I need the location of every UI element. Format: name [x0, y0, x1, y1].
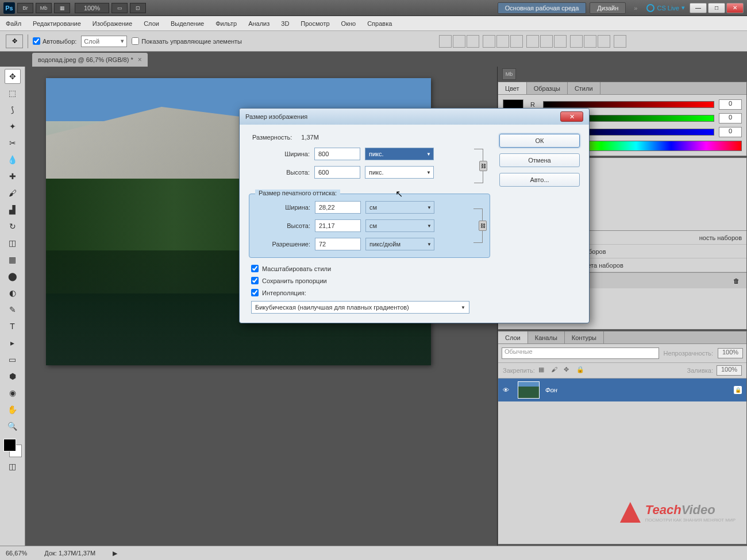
lock-pixels-icon[interactable]: 🖌 — [551, 366, 560, 375]
dialog-close-button[interactable]: ✕ — [560, 111, 583, 122]
extras-icon[interactable]: ⊡ — [130, 3, 146, 13]
tab-color[interactable]: Цвет — [498, 82, 527, 94]
screen-mode-icon[interactable]: ▦ — [54, 3, 70, 13]
panel-footer-icon[interactable]: 🗑 — [733, 277, 740, 284]
lock-all-icon[interactable]: 🔒 — [576, 366, 586, 375]
distribute-icon[interactable] — [584, 35, 596, 48]
document-tab[interactable]: водопад.jpeg @ 66,7% (RGB/8) * × — [32, 53, 148, 67]
menu-3d[interactable]: 3D — [281, 20, 289, 27]
layer-visibility-icon[interactable]: 👁 — [503, 387, 512, 393]
color-swatches[interactable] — [3, 439, 22, 457]
3d-tool[interactable]: ⬢ — [5, 369, 21, 384]
hand-tool[interactable]: ✋ — [5, 402, 21, 417]
distribute-icon[interactable] — [526, 35, 539, 48]
autoselect-input[interactable] — [33, 37, 40, 45]
print-height-unit[interactable]: см▼ — [365, 219, 434, 232]
link-icon[interactable]: ⛓ — [479, 221, 487, 231]
distribute-icon[interactable] — [570, 35, 583, 48]
fg-color[interactable] — [3, 439, 16, 451]
menu-analysis[interactable]: Анализ — [248, 20, 269, 27]
zoom-tool[interactable]: 🔍 — [5, 419, 21, 434]
tab-paths[interactable]: Контуры — [565, 331, 604, 343]
align-icon[interactable] — [483, 35, 495, 48]
zoom-level[interactable]: 100% — [75, 3, 109, 13]
align-icon[interactable] — [496, 35, 509, 48]
width-unit-select[interactable]: пикс.▼ — [365, 148, 434, 160]
resolution-unit[interactable]: пикс/дюйм▼ — [365, 238, 434, 250]
constrain-proportions-checkbox[interactable]: Сохранить пропорции — [249, 277, 490, 284]
dodge-tool[interactable]: ◐ — [5, 285, 21, 300]
history-brush-tool[interactable]: ↻ — [5, 219, 21, 234]
show-controls-checkbox[interactable]: Показать управляющие элементы — [132, 37, 242, 45]
cslive-button[interactable]: CS Live ▾ — [646, 4, 685, 12]
tab-channels[interactable]: Каналы — [528, 331, 565, 343]
workspace-essentials[interactable]: Основная рабочая среда — [498, 2, 587, 14]
auto-align-icon[interactable] — [614, 35, 626, 48]
cancel-button[interactable]: Отмена — [499, 153, 580, 167]
link-icon[interactable]: ⛓ — [479, 161, 487, 171]
autoselect-checkbox[interactable]: Автовыбор: — [33, 37, 76, 45]
height-unit-select[interactable]: пикс.▼ — [365, 166, 434, 179]
resample-input[interactable] — [251, 289, 259, 296]
layer-name[interactable]: Фон — [545, 387, 557, 393]
autoselect-type[interactable]: Слой ▾ — [81, 36, 127, 47]
resample-checkbox[interactable]: Интерполяция: — [249, 289, 490, 296]
constrain-input[interactable] — [251, 277, 259, 284]
minimize-button[interactable]: — — [690, 3, 707, 13]
align-icon[interactable] — [467, 35, 479, 48]
close-button[interactable]: ✕ — [726, 3, 744, 13]
distribute-icon[interactable] — [554, 35, 567, 48]
lock-transparency-icon[interactable]: ▦ — [538, 366, 548, 375]
close-tab-icon[interactable]: × — [138, 56, 142, 64]
lasso-tool[interactable]: ⟆ — [5, 102, 21, 117]
tab-styles[interactable]: Стили — [568, 82, 600, 94]
workspace-more-icon[interactable]: » — [634, 5, 637, 11]
menu-view[interactable]: Просмотр — [301, 20, 329, 27]
bridge-icon[interactable]: Br — [17, 3, 33, 13]
stamp-tool[interactable]: ▟ — [5, 202, 21, 217]
quickmask-tool[interactable]: ◫ — [5, 459, 21, 474]
resolution-input[interactable] — [315, 238, 361, 250]
print-height-input[interactable] — [315, 219, 361, 232]
arrange-icon[interactable]: ▭ — [111, 3, 128, 13]
height-input[interactable] — [314, 166, 360, 179]
menu-window[interactable]: Окно — [341, 20, 356, 27]
menu-select[interactable]: Выделение — [171, 20, 204, 27]
move-tool[interactable]: ✥ — [5, 69, 21, 84]
layer-thumbnail[interactable] — [518, 381, 540, 399]
print-width-input[interactable] — [315, 201, 361, 214]
shape-tool[interactable]: ▭ — [5, 352, 21, 367]
maximize-button[interactable]: □ — [708, 3, 725, 13]
wand-tool[interactable]: ✦ — [5, 119, 21, 134]
healing-tool[interactable]: ✚ — [5, 169, 21, 184]
tab-layers[interactable]: Слои — [498, 331, 528, 343]
align-icon[interactable] — [439, 35, 452, 48]
r-slider[interactable] — [543, 101, 714, 108]
status-doc[interactable]: Док: 1,37M/1,37M — [44, 550, 95, 557]
brush-tool[interactable]: 🖌 — [5, 186, 21, 200]
eyedropper-tool[interactable]: 💧 — [5, 152, 21, 167]
dialog-titlebar[interactable]: Размер изображения ✕ — [240, 109, 589, 125]
distribute-icon[interactable] — [540, 35, 553, 48]
crop-tool[interactable]: ✂ — [5, 136, 21, 150]
align-icon[interactable] — [453, 35, 465, 48]
menu-layer[interactable]: Слои — [144, 20, 159, 27]
minibridge-panel-icon[interactable]: Mb — [502, 68, 516, 80]
menu-edit[interactable]: Редактирование — [33, 20, 81, 27]
blur-tool[interactable]: ⬤ — [5, 269, 21, 284]
blend-mode-select[interactable]: Обычные — [502, 347, 659, 359]
width-input[interactable] — [314, 148, 360, 160]
ok-button[interactable]: ОК — [499, 134, 580, 148]
layer-background[interactable]: 👁 Фон 🔒 — [498, 379, 746, 401]
fill-value[interactable]: 100% — [717, 365, 742, 376]
menu-filter[interactable]: Фильтр — [215, 20, 237, 27]
minibridge-icon[interactable]: Mb — [36, 3, 52, 13]
marquee-tool[interactable]: ⬚ — [5, 86, 21, 101]
scale-styles-checkbox[interactable]: Масштабировать стили — [249, 265, 490, 272]
3d-camera-tool[interactable]: ◉ — [5, 385, 21, 400]
interpolation-select[interactable]: Бикубическая (наилучшая для плавных град… — [251, 301, 469, 314]
eraser-tool[interactable]: ◫ — [5, 235, 21, 250]
opacity-value[interactable]: 100% — [718, 348, 743, 358]
gradient-tool[interactable]: ▦ — [5, 252, 21, 267]
menu-file[interactable]: Файл — [6, 20, 21, 27]
